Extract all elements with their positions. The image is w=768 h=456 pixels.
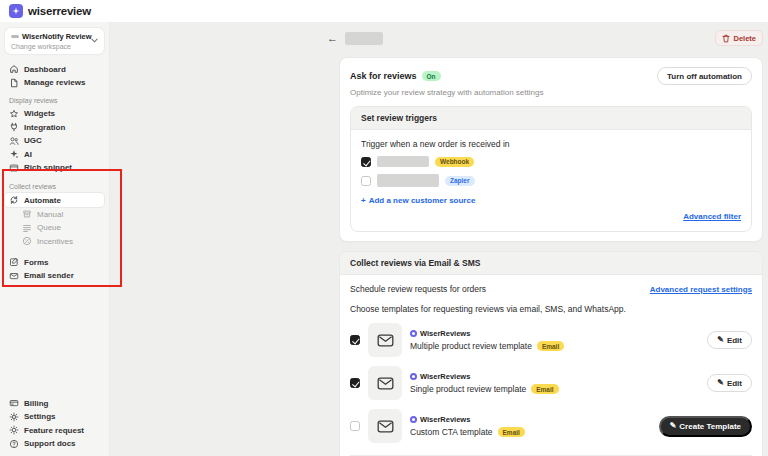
source-type-badge: Webhook <box>435 157 474 167</box>
sidebar-item-forms[interactable]: Forms <box>5 256 104 269</box>
main-area: ← Delete Ask for reviews On Turn off aut… <box>110 22 768 456</box>
sidebar-item-label: Automate <box>24 196 61 205</box>
sidebar-item-ai[interactable]: AI <box>5 148 104 161</box>
pencil-icon: ✎ <box>670 422 677 430</box>
sidebar-item-email-sender[interactable]: Email sender <box>5 269 104 282</box>
source-name-redacted <box>377 156 429 167</box>
wiserreviews-brand-icon <box>410 373 417 380</box>
sidebar-item-label: Manage reviews <box>24 78 85 87</box>
brand-name: WiserReviews <box>420 372 470 381</box>
home-icon <box>9 64 19 74</box>
template-name: Single product review template <box>410 384 526 394</box>
pencil-icon: ✎ <box>717 379 724 387</box>
template-checkbox[interactable] <box>350 421 360 431</box>
integration-icon <box>9 122 19 132</box>
sidebar-item-ugc[interactable]: UGC <box>5 134 104 147</box>
workspace-name: WiserNotify Review <box>22 32 92 41</box>
sparkle-icon <box>9 149 19 159</box>
wiserreviews-brand-icon <box>410 330 417 337</box>
sidebar-item-automate[interactable]: Automate <box>5 193 104 207</box>
sidebar-item-queue[interactable]: Queue <box>18 221 104 234</box>
users-icon <box>9 136 19 146</box>
sidebar-item-incentives[interactable]: Incentives <box>18 235 104 248</box>
brand-name: WiserReviews <box>420 329 470 338</box>
wiserreviews-brand-icon <box>410 416 417 423</box>
customer-source-row: Webhook <box>361 156 741 167</box>
collect-reviews-card: Collect reviews via Email & SMS Schedule… <box>339 251 763 456</box>
archive-box-icon <box>22 209 32 219</box>
sidebar-item-label: Incentives <box>37 237 73 246</box>
set-review-triggers-panel: Set review triggers Trigger when a new o… <box>350 106 752 232</box>
turn-off-automation-button[interactable]: Turn off automation <box>657 67 752 85</box>
sidebar-item-label: Billing <box>24 399 48 408</box>
logo-text: wiserreview <box>28 5 91 17</box>
workspace-switcher[interactable]: WiserNotify Review Change workspace <box>5 28 104 54</box>
credit-card-icon <box>9 398 19 408</box>
card-subtitle: Optimize your review strategy with autom… <box>350 88 752 97</box>
page-header: ← Delete <box>327 30 763 46</box>
sidebar-item-billing[interactable]: Billing <box>5 397 104 410</box>
sidebar-item-rich-snippet[interactable]: Rich snippet <box>5 161 104 174</box>
sidebar-item-manual[interactable]: Manual <box>18 208 104 221</box>
sidebar-item-label: Settings <box>24 412 56 421</box>
wiserreview-logo-icon <box>9 4 23 18</box>
sidebar-item-label: Forms <box>24 258 48 267</box>
add-customer-source-link[interactable]: + Add a new customer source <box>361 196 741 205</box>
card-title: Ask for reviews <box>350 71 417 81</box>
sidebar-item-label: Email sender <box>24 271 74 280</box>
source-checkbox[interactable] <box>361 157 371 167</box>
sidebar-item-label: UGC <box>24 136 42 145</box>
pencil-icon: ✎ <box>717 336 724 344</box>
mail-template-icon <box>368 409 402 443</box>
sidebar-item-settings[interactable]: Settings <box>5 410 104 423</box>
channel-badge: Email <box>537 341 564 351</box>
template-name: Multiple product review template <box>410 341 532 351</box>
back-arrow-icon[interactable]: ← <box>327 33 338 44</box>
sidebar-item-feature-request[interactable]: Feature request <box>5 424 104 437</box>
template-name: Custom CTA template <box>410 427 493 437</box>
sidebar-item-label: Support docs <box>24 439 76 448</box>
queue-list-icon <box>22 223 32 233</box>
trash-icon <box>722 34 730 43</box>
percent-circle-icon <box>22 236 32 246</box>
sidebar-item-label: Integration <box>24 123 65 132</box>
sidebar-item-label: Manual <box>37 210 63 219</box>
choose-templates-text: Choose templates for requesting reviews … <box>350 304 752 314</box>
sidebar-item-widgets[interactable]: Widgets <box>5 107 104 120</box>
form-pencil-icon <box>9 257 19 267</box>
workspace-subtitle: Change workspace <box>11 43 91 50</box>
template-row: WiserReviews Single product review templ… <box>350 366 752 400</box>
advanced-request-settings-link[interactable]: Advanced request settings <box>650 285 752 294</box>
brand-name: WiserReviews <box>420 415 470 424</box>
advanced-filter-link[interactable]: Advanced filter <box>683 212 741 221</box>
sidebar-item-label: Queue <box>37 223 61 232</box>
envelope-icon <box>9 271 19 281</box>
schedule-text: Schedule review requests for orders <box>350 284 486 294</box>
question-circle-icon <box>9 439 19 449</box>
edit-template-button[interactable]: ✎Edit <box>707 374 752 392</box>
sidebar-item-label: Widgets <box>24 109 55 118</box>
workspace-logo-redacted <box>11 35 19 38</box>
sidebar-item-label: Feature request <box>24 426 84 435</box>
document-icon <box>9 78 19 88</box>
template-checkbox[interactable] <box>350 335 360 345</box>
gear-icon <box>9 412 19 422</box>
edit-template-button[interactable]: ✎Edit <box>707 331 752 349</box>
ask-for-reviews-card: Ask for reviews On Turn off automation O… <box>339 57 763 242</box>
sidebar-item-support-docs[interactable]: Support docs <box>5 437 104 450</box>
top-bar: wiserreview <box>0 0 768 22</box>
collect-reviews-section: Collect reviews Automate Manual Queue <box>5 174 104 282</box>
template-checkbox[interactable] <box>350 378 360 388</box>
star-icon <box>9 109 19 119</box>
sidebar-item-label: AI <box>24 150 32 159</box>
sidebar-item-manage-reviews[interactable]: Manage reviews <box>5 76 104 89</box>
section-label-collect-reviews: Collect reviews <box>9 183 104 190</box>
sidebar-item-integration[interactable]: Integration <box>5 121 104 134</box>
delete-button[interactable]: Delete <box>715 30 763 46</box>
status-badge-on: On <box>422 71 441 81</box>
customer-source-row: Zapier <box>361 174 741 187</box>
create-template-button[interactable]: ✎Create Template <box>659 416 752 437</box>
source-checkbox[interactable] <box>361 176 371 186</box>
template-row: WiserReviews Custom CTA template Email ✎… <box>350 409 752 443</box>
sidebar-item-dashboard[interactable]: Dashboard <box>5 63 104 76</box>
